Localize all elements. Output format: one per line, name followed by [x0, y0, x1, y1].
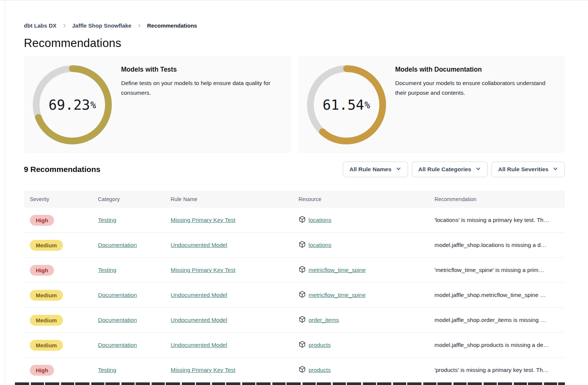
category-link[interactable]: Documentation	[98, 242, 137, 248]
rule-categories-filter-dropdown[interactable]: All Rule Categories	[412, 162, 488, 177]
table-row: Medium Documentation Undocumented Model …	[24, 283, 565, 308]
category-link[interactable]: Testing	[98, 367, 116, 373]
category-link[interactable]: Testing	[98, 267, 116, 273]
table-row: High Testing Missing Primary Key Test pr…	[24, 358, 565, 383]
rule-name-link[interactable]: Undocumented Model	[171, 342, 227, 348]
rule-name-link[interactable]: Missing Primary Key Test	[171, 267, 235, 273]
tests-card-title: Models with Tests	[121, 66, 282, 73]
recommendation-text: 'products' is missing a primary key test…	[434, 367, 565, 373]
severity-badge: Medium	[30, 340, 63, 351]
recommendation-text: model.jaffle_shop.locations is missing a…	[434, 242, 565, 248]
tests-percent-value: 69.23%	[31, 64, 113, 146]
resource-link[interactable]: metricflow_time_spine	[309, 292, 366, 298]
documentation-donut-chart: 61.54%	[306, 64, 388, 146]
severity-badge: Medium	[30, 240, 63, 251]
model-cube-icon	[298, 216, 306, 225]
filter-bar: All Rule Names All Rule Categories All R…	[343, 162, 565, 177]
chevron-right-icon	[62, 23, 67, 28]
model-cube-icon	[298, 266, 306, 275]
rule-name-link[interactable]: Missing Primary Key Test	[171, 367, 235, 373]
rule-name-link[interactable]: Undocumented Model	[171, 317, 227, 323]
table-row: Medium Documentation Undocumented Model …	[24, 233, 565, 258]
recommendation-text: 'locations' is missing a primary key tes…	[434, 217, 565, 223]
table-row: High Testing Missing Primary Key Test me…	[24, 258, 565, 283]
rule-name-link[interactable]: Missing Primary Key Test	[171, 217, 235, 223]
recommendation-text: 'metricflow_time_spine' is missing a pri…	[434, 267, 565, 273]
recommendation-text: model.jaffle_shop.metricflow_time_spine …	[434, 292, 565, 298]
resource-link[interactable]: order_items	[309, 317, 339, 323]
table-body: High Testing Missing Primary Key Test lo…	[24, 208, 565, 383]
severity-badge: High	[30, 365, 54, 376]
severity-badge: High	[30, 215, 54, 226]
table-row: High Testing Missing Primary Key Test lo…	[24, 208, 565, 233]
chevron-down-icon	[553, 166, 558, 173]
chevron-down-icon	[475, 166, 481, 173]
metric-card-tests: 69.23% Models with Tests Define tests on…	[24, 56, 291, 153]
table-row: Medium Documentation Undocumented Model …	[24, 333, 565, 358]
table-header-row: Severity Category Rule Name Resource Rec…	[24, 191, 565, 208]
rule-name-link[interactable]: Undocumented Model	[171, 242, 227, 248]
main-content: dbt Labs DX Jaffle Shop Snowflake Recomm…	[24, 0, 565, 383]
recommendation-text: model.jaffle_shop.products is missing a …	[434, 342, 565, 348]
recommendations-table: Severity Category Rule Name Resource Rec…	[24, 191, 565, 383]
metric-cards: 69.23% Models with Tests Define tests on…	[24, 56, 565, 153]
documentation-card-text: Models with Documentation Document your …	[395, 66, 565, 153]
rule-severities-filter-label: All Rule Severities	[498, 166, 549, 173]
model-cube-icon	[298, 366, 306, 375]
cutoff-next-row	[15, 382, 565, 385]
recommendations-header: 9 Recommendations All Rule Names All Rul…	[24, 162, 565, 177]
resource-link[interactable]: products	[309, 367, 331, 373]
resource-link[interactable]: locations	[309, 242, 331, 248]
severity-badge: Medium	[30, 315, 63, 326]
chevron-down-icon	[396, 166, 401, 173]
category-link[interactable]: Documentation	[98, 292, 137, 298]
column-header-resource: Resource	[298, 196, 434, 202]
resource-link[interactable]: locations	[309, 217, 331, 223]
column-header-severity: Severity	[30, 196, 98, 202]
recommendation-text: model.jaffle_shop.order_items is missing…	[434, 317, 565, 323]
tests-donut-chart: 69.23%	[31, 64, 113, 146]
model-cube-icon	[298, 241, 306, 250]
category-link[interactable]: Documentation	[98, 342, 137, 348]
sidebar-divider	[5, 0, 5, 385]
model-cube-icon	[298, 341, 306, 350]
severity-badge: High	[30, 265, 54, 276]
breadcrumb: dbt Labs DX Jaffle Shop Snowflake Recomm…	[24, 22, 565, 29]
column-header-category: Category	[98, 196, 171, 202]
tests-card-description: Define tests on your models to help ensu…	[121, 78, 282, 98]
severity-badge: Medium	[30, 290, 63, 301]
tests-card-text: Models with Tests Define tests on your m…	[121, 66, 291, 153]
resource-link[interactable]: metricflow_time_spine	[309, 267, 366, 273]
recommendations-count: 9 Recommendations	[24, 165, 343, 174]
resource-link[interactable]: products	[309, 342, 331, 348]
breadcrumb-item-project[interactable]: Jaffle Shop Snowflake	[72, 22, 132, 29]
rule-severities-filter-dropdown[interactable]: All Rule Severities	[491, 162, 565, 177]
category-link[interactable]: Documentation	[98, 317, 137, 323]
model-cube-icon	[298, 291, 306, 300]
model-cube-icon	[298, 316, 306, 325]
category-link[interactable]: Testing	[98, 217, 116, 223]
documentation-card-description: Document your models to ensure collabora…	[395, 78, 556, 98]
rule-name-link[interactable]: Undocumented Model	[171, 292, 227, 298]
column-header-rule-name: Rule Name	[171, 196, 298, 202]
page-title: Recommendations	[24, 37, 565, 50]
breadcrumb-item-account[interactable]: dbt Labs DX	[24, 22, 57, 29]
chevron-right-icon	[137, 23, 142, 28]
rule-names-filter-label: All Rule Names	[350, 166, 392, 173]
rule-categories-filter-label: All Rule Categories	[418, 166, 471, 173]
documentation-percent-value: 61.54%	[306, 64, 388, 146]
documentation-card-title: Models with Documentation	[395, 66, 556, 73]
breadcrumb-item-current: Recommendations	[147, 22, 197, 29]
metric-card-documentation: 61.54% Models with Documentation Documen…	[298, 56, 565, 153]
table-row: Medium Documentation Undocumented Model …	[24, 308, 565, 333]
rule-names-filter-dropdown[interactable]: All Rule Names	[343, 162, 408, 177]
column-header-recommendation: Recommendation	[434, 196, 565, 202]
